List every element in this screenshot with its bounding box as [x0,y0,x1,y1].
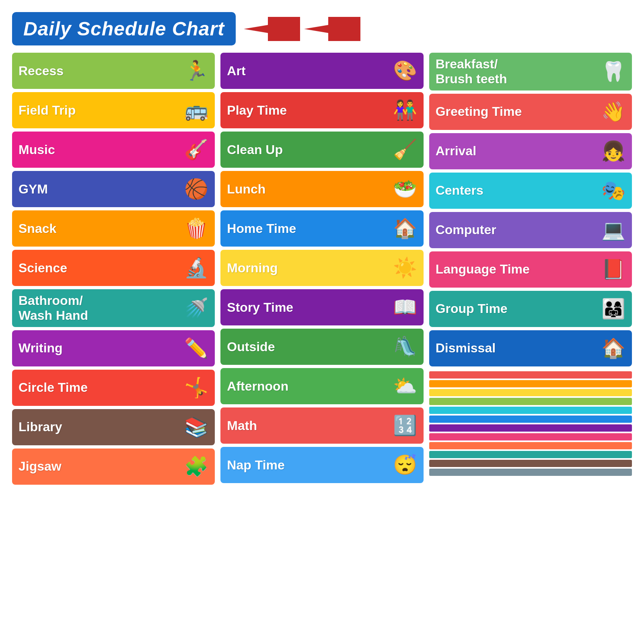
schedule-card: Computer💻 [429,212,632,248]
card-label: Snack [19,221,56,236]
card-label: Lunch [227,182,265,197]
schedule-card: Music🎸 [12,132,215,168]
card-label: GYM [19,182,48,197]
card-label: Home Time [227,221,296,236]
color-strip [429,451,632,458]
card-icon: 👫 [393,99,417,121]
schedule-card: Play Time👫 [220,92,423,128]
color-strip [429,442,632,449]
schedule-card: Circle Time🤸 [12,370,215,406]
card-label: Music [19,142,55,157]
schedule-card: Library📚 [12,409,215,445]
color-strip [429,460,632,467]
schedule-card: Field Trip🚌 [12,92,215,128]
schedule-card: GYM🏀 [12,171,215,207]
arrow-icon-1 [244,15,300,43]
main-container: Daily Schedule Chart Recess🏃Field Trip🚌M… [0,0,644,644]
card-icon: 👨‍👩‍👧 [601,298,625,320]
schedule-card: Morning☀️ [220,250,423,286]
schedule-card: Science🔬 [12,250,215,286]
column-3: Breakfast/ Brush teeth🦷Greeting Time👋Arr… [429,53,632,632]
schedule-card: Outside🛝 [220,329,423,365]
card-icon: 📚 [184,416,208,438]
schedule-card: Math🔢 [220,407,423,444]
title-banner: Daily Schedule Chart [12,12,236,45]
schedule-card: Language Time📕 [429,251,632,288]
card-label: Bathroom/ Wash Hand [19,293,88,323]
schedule-card: Lunch🥗 [220,171,423,207]
schedule-card: Snack🍿 [12,210,215,247]
card-icon: 👧 [601,140,625,163]
card-icon: 🚿 [184,297,208,319]
card-icon: 🎨 [393,60,417,82]
color-strip [429,398,632,405]
card-label: Arrival [436,144,476,158]
schedule-card: Story Time📖 [220,289,423,325]
card-icon: 🏃 [184,60,208,82]
schedule-card: Bathroom/ Wash Hand🚿 [12,289,215,327]
card-label: Greeting Time [436,104,522,119]
card-label: Writing [19,341,63,356]
card-label: Breakfast/ Brush teeth [436,57,507,86]
card-icon: 🦷 [601,60,625,83]
card-label: Nap Time [227,458,284,473]
color-strip [429,424,632,432]
color-strip [429,380,632,387]
color-strip [429,469,632,476]
card-icon: 🛝 [393,335,417,358]
card-icon: 📕 [601,258,625,281]
schedule-card: Greeting Time👋 [429,94,632,130]
header-row: Daily Schedule Chart [12,12,632,45]
card-label: Afternoon [227,379,288,394]
card-icon: 📖 [393,296,417,319]
card-icon: 🏠 [601,337,625,360]
card-label: Art [227,64,245,78]
card-icon: 🧩 [184,455,208,478]
schedule-card: Jigsaw🧩 [12,449,215,485]
color-strip [429,416,632,423]
arrow-container [244,15,360,43]
card-label: Morning [227,261,278,276]
card-icon: 🔬 [184,257,208,279]
svg-marker-1 [304,17,360,41]
column-1: Recess🏃Field Trip🚌Music🎸GYM🏀Snack🍿Scienc… [12,53,215,632]
card-icon: 🥗 [393,178,417,200]
main-content: Recess🏃Field Trip🚌Music🎸GYM🏀Snack🍿Scienc… [12,53,632,632]
card-label: Story Time [227,300,293,315]
card-label: Circle Time [19,380,88,395]
color-strip [429,407,632,414]
card-label: Play Time [227,103,287,118]
color-strip [429,371,632,379]
card-label: Field Trip [19,103,76,118]
card-label: Language Time [436,262,530,277]
schedule-card: Group Time👨‍👩‍👧 [429,291,632,327]
card-icon: 🧹 [393,138,417,161]
schedule-card: Art🎨 [220,53,423,89]
card-icon: 🏀 [184,178,208,200]
card-icon: 🏠 [393,217,417,240]
card-label: Group Time [436,301,508,316]
schedule-card: Dismissal🏠 [429,330,632,366]
card-label: Math [227,418,257,433]
card-label: Outside [227,339,275,354]
schedule-card: Home Time🏠 [220,210,423,247]
card-label: Science [19,261,67,276]
card-label: Clean Up [227,142,283,157]
card-label: Dismissal [436,341,496,356]
card-label: Recess [19,64,64,78]
schedule-card: Centers🎭 [429,173,632,209]
color-strip [429,389,632,396]
card-icon: 🍿 [184,217,208,240]
card-icon: 🎭 [601,179,625,202]
schedule-card: Recess🏃 [12,53,215,89]
schedule-card: Afternoon⛅ [220,368,423,404]
card-icon: 🤸 [184,377,208,399]
card-icon: ⛅ [393,375,417,397]
card-icon: 🔢 [393,414,417,437]
card-icon: 💻 [601,219,625,241]
card-label: Library [19,420,62,434]
schedule-card: Nap Time😴 [220,447,423,483]
card-icon: 👋 [601,101,625,123]
card-label: Centers [436,183,484,198]
schedule-card: Arrival👧 [429,133,632,169]
